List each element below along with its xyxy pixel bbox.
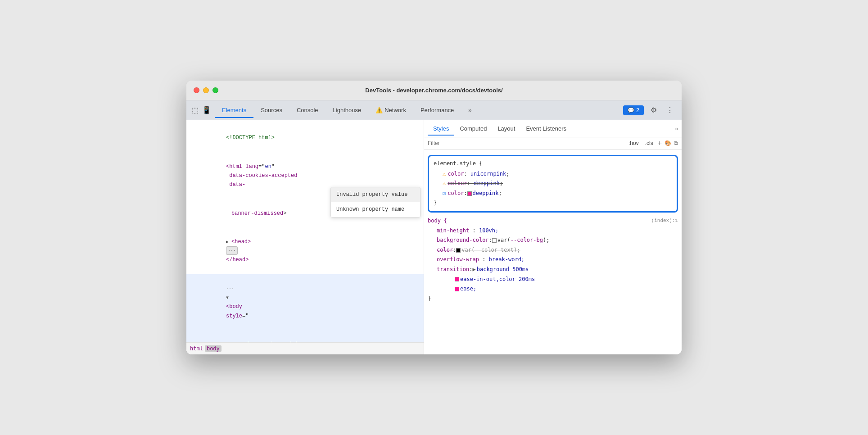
tab-lighthouse[interactable]: Lighthouse bbox=[326, 102, 369, 118]
settings-button[interactable]: ⚙ bbox=[647, 104, 660, 117]
tab-bar: ⬚ 📱 Elements Sources Console Lighthouse … bbox=[186, 100, 682, 120]
css-prop-unicornpink: ⚠ color: unicornpink; bbox=[434, 169, 672, 179]
color-swatch-ease1[interactable] bbox=[455, 277, 459, 281]
close-button[interactable] bbox=[194, 87, 199, 93]
more-options-button[interactable]: ⋮ bbox=[664, 104, 676, 117]
prop-transition-cont2: ease; bbox=[437, 284, 678, 294]
tab-console[interactable]: Console bbox=[289, 102, 326, 118]
element-style-header: element.style { bbox=[434, 159, 672, 169]
tab-elements[interactable]: Elements bbox=[215, 102, 253, 118]
body-rule-footer: } bbox=[428, 294, 678, 304]
warning-icon-2: ⚠ bbox=[443, 179, 446, 189]
body-style-1: color: unicornpink; bbox=[186, 331, 424, 342]
tab-styles[interactable]: Styles bbox=[428, 122, 454, 136]
css-prop-color-deeppink: ☑ color : deeppink ; bbox=[434, 189, 672, 199]
styles-content[interactable]: element.style { ⚠ color: unicornpink; ⚠ … bbox=[424, 150, 682, 354]
hov-button[interactable]: :hov bbox=[627, 139, 641, 147]
devtools-icons: ⬚ 📱 bbox=[192, 106, 211, 114]
inspect-style-button[interactable]: 🎨 bbox=[665, 140, 671, 146]
css-prop-colour-deeppink: ⚠ colour: deeppink; bbox=[434, 179, 672, 189]
breadcrumb-body[interactable]: body bbox=[205, 345, 222, 352]
body-rule-header: body { (index):1 bbox=[428, 216, 678, 226]
filter-actions: :hov .cls + 🎨 ⧉ bbox=[627, 139, 678, 147]
device-icon[interactable]: 📱 bbox=[202, 106, 211, 114]
color-swatch-ease2[interactable] bbox=[455, 287, 459, 291]
element-style-footer: } bbox=[434, 198, 672, 208]
title-bar: DevTools - developer.chrome.com/docs/dev… bbox=[186, 81, 682, 100]
prop-transition: transition : ▶ background 500ms bbox=[437, 265, 678, 275]
minimize-button[interactable] bbox=[203, 87, 209, 93]
color-swatch-bg[interactable] bbox=[492, 238, 497, 243]
tab-performance[interactable]: Performance bbox=[413, 102, 461, 118]
add-style-button[interactable]: + bbox=[658, 139, 662, 147]
prop-overflow-wrap: overflow-wrap : break-word; bbox=[437, 255, 678, 265]
tab-sources[interactable]: Sources bbox=[253, 102, 289, 118]
window-title: DevTools - developer.chrome.com/docs/dev… bbox=[365, 87, 502, 94]
element-style-box: element.style { ⚠ color: unicornpink; ⚠ … bbox=[428, 155, 678, 213]
chat-button[interactable]: 💬 2 bbox=[623, 105, 644, 115]
ellipsis-head: ··· bbox=[226, 246, 238, 255]
warning-icon-1: ⚠ bbox=[443, 169, 446, 179]
main-content: <!DOCTYPE html> <html lang="en" data-coo… bbox=[186, 120, 682, 354]
chat-icon: 💬 bbox=[628, 107, 634, 113]
devtools-window: DevTools - developer.chrome.com/docs/dev… bbox=[186, 81, 682, 354]
styles-more-tabs[interactable]: » bbox=[675, 126, 678, 132]
checkbox-checked-icon[interactable]: ☑ bbox=[443, 189, 446, 199]
toggle-sidebar-button[interactable]: ⧉ bbox=[674, 140, 678, 146]
head-collapsed[interactable]: ▶ <head> ··· </head> bbox=[186, 227, 424, 274]
warning-triangle-icon: ⚠️ bbox=[375, 107, 383, 113]
source-ref: (index):1 bbox=[651, 217, 678, 226]
filter-bar: :hov .cls + 🎨 ⧉ bbox=[424, 137, 682, 150]
tooltip-container: Invalid property value Unknown property … bbox=[330, 187, 420, 218]
dom-panel: <!DOCTYPE html> <html lang="en" data-coo… bbox=[186, 120, 424, 354]
prop-min-height: min-height : 100vh; bbox=[437, 226, 678, 236]
tab-layout[interactable]: Layout bbox=[492, 122, 520, 136]
inspect-icon[interactable]: ⬚ bbox=[192, 106, 199, 114]
tab-actions: 💬 2 ⚙ ⋮ bbox=[623, 104, 676, 117]
styles-tab-bar: Styles Computed Layout Event Listeners » bbox=[424, 120, 682, 137]
tab-more[interactable]: » bbox=[461, 102, 479, 118]
prop-bg-color: background-color : var(--color-bg); bbox=[437, 236, 678, 245]
tooltip: Invalid property value Unknown property … bbox=[330, 187, 420, 218]
color-swatch-text[interactable] bbox=[456, 248, 461, 253]
breadcrumb-html[interactable]: html bbox=[190, 345, 203, 352]
prop-transition-cont1: ease-in-out,color 200ms bbox=[437, 275, 678, 285]
tab-computed[interactable]: Computed bbox=[454, 122, 492, 136]
cls-button[interactable]: .cls bbox=[643, 139, 655, 147]
body-rule-section: body { (index):1 min-height : 100vh; bac… bbox=[424, 214, 682, 306]
filter-input[interactable] bbox=[428, 140, 623, 146]
tooltip-item-1: Invalid property value bbox=[331, 187, 420, 202]
tooltip-item-2: Unknown property name bbox=[331, 202, 420, 217]
doctype-line: <!DOCTYPE html> bbox=[186, 124, 424, 152]
tab-event-listeners[interactable]: Event Listeners bbox=[520, 122, 572, 136]
maximize-button[interactable] bbox=[212, 87, 218, 93]
color-swatch-deeppink[interactable] bbox=[467, 191, 472, 196]
traffic-lights bbox=[194, 87, 218, 93]
dom-tree[interactable]: <!DOCTYPE html> <html lang="en" data-coo… bbox=[186, 120, 424, 342]
breadcrumb: html body bbox=[186, 342, 424, 354]
styles-panel: Styles Computed Layout Event Listeners »… bbox=[424, 120, 682, 354]
tab-network[interactable]: ⚠️ Network bbox=[368, 102, 413, 118]
body-tag-line[interactable]: ··· ▼ <body style=" bbox=[186, 274, 424, 330]
prop-color-text: color : var(--color-text); bbox=[437, 245, 678, 255]
